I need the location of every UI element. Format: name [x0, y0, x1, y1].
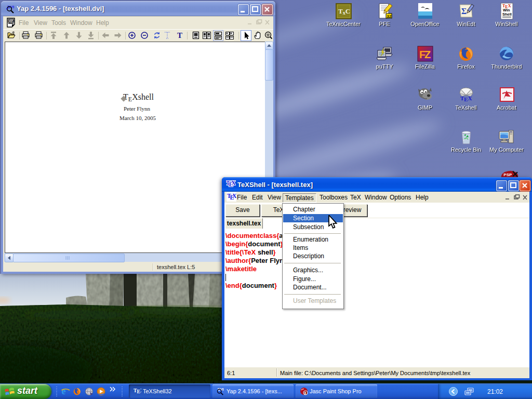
- svg-text:8: 8: [304, 391, 307, 395]
- svg-text:X: X: [231, 180, 236, 187]
- svg-text:32: 32: [387, 14, 391, 19]
- svg-text:X: X: [232, 192, 236, 200]
- svg-text:Z: Z: [424, 49, 431, 60]
- svg-text:TEX: TEX: [134, 388, 141, 394]
- svg-text:Σ: Σ: [461, 7, 467, 16]
- svg-text:PSP: PSP: [503, 172, 512, 177]
- svg-text:Shell: Shell: [502, 12, 512, 17]
- svg-text:TEX: TEX: [460, 95, 472, 102]
- svg-text:T: T: [177, 31, 182, 39]
- svg-text:e: e: [62, 387, 66, 396]
